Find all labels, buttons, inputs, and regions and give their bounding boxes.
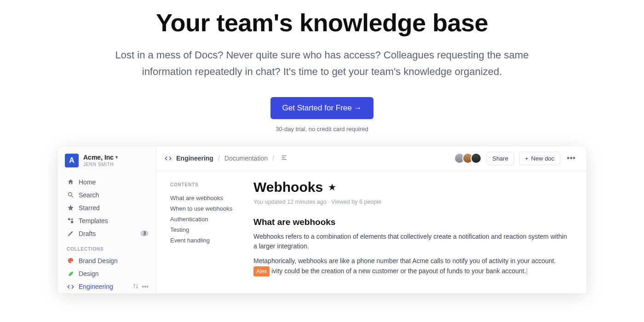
table-of-contents: CONTENTS What are webhooks When to use w…	[156, 171, 251, 293]
sidebar-item-drafts[interactable]: Drafts 3	[65, 227, 150, 240]
new-doc-button[interactable]: + New doc	[519, 152, 560, 165]
collection-brand-design[interactable]: Brand Design	[65, 254, 150, 267]
sort-icon[interactable]	[132, 283, 139, 291]
collaborator-caret	[527, 268, 528, 275]
hero-title: Your team's knowledge base	[0, 8, 644, 37]
sidebar-item-home[interactable]: Home	[65, 176, 150, 189]
workspace-logo: A	[65, 154, 79, 167]
code-icon	[165, 155, 172, 162]
toc-item[interactable]: Testing	[170, 224, 245, 235]
presence-avatars[interactable]	[457, 153, 482, 164]
svg-point-2	[68, 218, 70, 220]
paragraph[interactable]: Metaphorically, webhooks are like a phon…	[253, 256, 568, 276]
leaf-icon	[67, 270, 74, 277]
app-screenshot: A Acme, Inc ▾ JENN SMITH Home Search	[58, 146, 586, 293]
breadcrumb-section[interactable]: Documentation	[224, 155, 268, 162]
sidebar-item-templates[interactable]: Templates	[65, 214, 150, 227]
star-icon	[67, 204, 74, 212]
sidebar-item-label: Drafts	[79, 230, 96, 237]
toc-item[interactable]: Event handling	[170, 235, 245, 246]
sidebar: A Acme, Inc ▾ JENN SMITH Home Search	[58, 146, 156, 293]
collaborator-cursor-tag: Alex	[253, 266, 270, 277]
topbar: Engineering / Documentation / Share + Ne…	[156, 146, 586, 171]
sidebar-item-label: Home	[79, 178, 96, 186]
more-icon[interactable]: •••	[142, 283, 149, 291]
toc-item[interactable]: Authentication	[170, 214, 245, 224]
toc-toggle-icon[interactable]	[281, 154, 288, 162]
star-filled-icon[interactable]: ★	[328, 182, 336, 192]
collection-label: Engineering	[79, 283, 113, 290]
hero-subtitle: Lost in a mess of Docs? Never quite sure…	[115, 47, 529, 80]
document-title[interactable]: Webhooks	[253, 179, 323, 195]
code-icon	[67, 283, 74, 290]
home-icon	[67, 178, 74, 186]
cta-note: 30-day trial, no credit card required	[0, 126, 644, 132]
breadcrumb-root[interactable]: Engineering	[176, 155, 213, 162]
workspace-switcher[interactable]: A Acme, Inc ▾ JENN SMITH	[65, 154, 150, 167]
breadcrumb-separator: /	[218, 155, 220, 162]
collection-engineering[interactable]: Engineering •••	[65, 280, 150, 293]
breadcrumb: Engineering / Documentation /	[165, 154, 288, 162]
collection-design[interactable]: Design	[65, 267, 150, 280]
workspace-name: Acme, Inc	[83, 154, 114, 161]
svg-line-1	[71, 196, 73, 197]
sidebar-item-search[interactable]: Search	[65, 189, 150, 201]
paragraph[interactable]: Webhooks refers to a combination of elem…	[253, 232, 568, 252]
svg-rect-3	[71, 221, 73, 223]
shapes-icon	[67, 217, 74, 224]
chevron-down-icon: ▾	[115, 155, 118, 160]
svg-point-0	[68, 193, 72, 196]
toc-item[interactable]: When to use webhooks	[170, 203, 245, 214]
breadcrumb-separator: /	[272, 155, 274, 162]
workspace-user: JENN SMITH	[83, 162, 118, 167]
sidebar-item-label: Templates	[79, 217, 108, 224]
sidebar-item-label: Starred	[79, 204, 100, 212]
text: Metaphorically, webhooks are like a phon…	[253, 257, 556, 264]
sidebar-item-label: Search	[79, 191, 99, 199]
get-started-button[interactable]: Get Started for Free →	[270, 97, 374, 119]
document-meta: You updated 12 minutes ago · Viewed by 6…	[253, 199, 568, 205]
avatar	[471, 153, 482, 164]
toc-item[interactable]: What are webhooks	[170, 193, 245, 203]
more-menu-button[interactable]: •••	[565, 154, 577, 163]
drafts-count-badge: 3	[140, 230, 149, 236]
pencil-icon	[67, 230, 74, 237]
document-content: Webhooks ★ You updated 12 minutes ago · …	[251, 171, 586, 293]
section-heading: What are webhooks	[253, 217, 568, 227]
collection-label: Brand Design	[79, 257, 118, 264]
plus-icon: +	[525, 155, 529, 162]
collection-label: Design	[79, 270, 99, 277]
sidebar-item-starred[interactable]: Starred	[65, 201, 150, 214]
toc-label: CONTENTS	[170, 182, 245, 187]
collections-label: COLLECTIONS	[67, 247, 150, 252]
search-icon	[67, 191, 74, 199]
share-button[interactable]: Share	[486, 152, 514, 165]
new-doc-label: New doc	[531, 155, 555, 162]
palette-icon	[67, 257, 74, 264]
text: ivity could be the creation of a new cus…	[271, 267, 526, 275]
